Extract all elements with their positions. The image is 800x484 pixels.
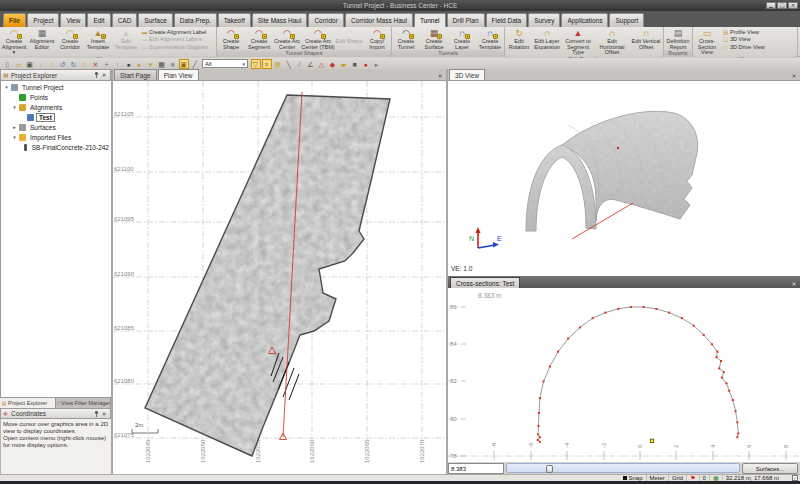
create-alignment-button[interactable]: ◠+Create Alignment ▾ bbox=[0, 27, 28, 56]
edit-rotation-button[interactable]: ↻Edit Rotation bbox=[505, 27, 533, 56]
undo-icon[interactable]: ↺ bbox=[58, 59, 68, 69]
grid-view-icon[interactable]: ▦ bbox=[157, 59, 167, 69]
export-icon[interactable]: ↑ bbox=[47, 59, 57, 69]
cross-sections-tab[interactable]: Cross-sections: Test bbox=[450, 277, 520, 288]
ribbon-tab-survey[interactable]: Survey bbox=[528, 13, 560, 27]
edit-layer-expansion-button[interactable]: ∩Edit Layer Expansion bbox=[533, 27, 561, 56]
expander-icon[interactable]: ▾ bbox=[3, 84, 10, 90]
run-icon[interactable]: ▸ bbox=[135, 59, 145, 69]
create-arc-center-tbm-button[interactable]: ◠+Create Arc Center (TBM) bbox=[301, 27, 335, 50]
ribbon-tab-file[interactable]: File bbox=[3, 13, 26, 27]
tree-item-imported-files[interactable]: ▾Imported Files bbox=[1, 132, 111, 142]
redo-icon[interactable]: ↻ bbox=[69, 59, 79, 69]
flag-icon[interactable]: ▾ bbox=[146, 59, 156, 69]
ribbon-tab-edit[interactable]: Edit bbox=[87, 13, 110, 27]
ribbon-tab-project[interactable]: Project bbox=[27, 13, 59, 27]
panel-tab-view-filter-manager[interactable]: ▽View Filter Manager bbox=[56, 398, 112, 408]
pencil-icon[interactable]: ╱ bbox=[190, 59, 200, 69]
ribbon-tab-applications[interactable]: Applications bbox=[561, 13, 608, 27]
close-panel-icon[interactable]: ✕ bbox=[100, 410, 108, 418]
create-segment-button[interactable]: ◠+Create Segment bbox=[245, 27, 273, 50]
ribbon-tab-support[interactable]: Support bbox=[609, 13, 644, 27]
angle-icon[interactable]: ∠ bbox=[306, 59, 316, 69]
ribbon-tab-data-prep[interactable]: Data Prep. bbox=[174, 13, 217, 27]
edit-vertical-offset-button[interactable]: ∩Edit Vertical Offset bbox=[629, 27, 663, 56]
tree-item-tunnel-project[interactable]: ▾Tunnel Project bbox=[1, 82, 111, 92]
ribbon-tab-site-mass-haul[interactable]: Site Mass Haul bbox=[252, 13, 308, 27]
create-layer-button[interactable]: ∩+Create Layer bbox=[448, 27, 476, 50]
ribbon-tab-corridor-mass-haul[interactable]: Corridor Mass Haul bbox=[345, 13, 413, 27]
move-up-icon[interactable]: ↑ bbox=[113, 59, 123, 69]
plan-view-canvas[interactable]: 6211056211006210956210906210856210806210… bbox=[113, 81, 446, 474]
3d-view-canvas[interactable]: NE bbox=[448, 81, 800, 276]
expander-icon[interactable]: ▸ bbox=[11, 124, 18, 130]
expander-icon[interactable]: ▾ bbox=[11, 134, 18, 140]
layer-manager-icon[interactable]: ≡ bbox=[262, 59, 272, 69]
tree-item-sb-finalconcrete-210-242[interactable]: SB-FinalConcrete-210-242 bbox=[1, 142, 111, 152]
open-file-icon[interactable]: ▱ bbox=[14, 59, 24, 69]
definition-report-button[interactable]: ▤Definition Report bbox=[664, 27, 692, 50]
convert-to-segment-type-button[interactable]: ▲Convert to Segment Type bbox=[561, 27, 595, 56]
filter-combo[interactable]: All▾ bbox=[202, 59, 248, 68]
pin-icon[interactable] bbox=[92, 410, 100, 418]
save-icon[interactable]: ▣ bbox=[25, 59, 35, 69]
marker-icon[interactable]: ◆ bbox=[328, 59, 338, 69]
record-icon[interactable]: ● bbox=[361, 59, 371, 69]
edit-horizontal-offset-button[interactable]: ∩Edit Horizontal Offset bbox=[595, 27, 629, 56]
insert-template-button[interactable]: ▲+Insert Template bbox=[84, 27, 112, 56]
profile-view-button[interactable]: ▤Profile View bbox=[722, 28, 796, 36]
ribbon-tab-drill-plan[interactable]: Drill Plan bbox=[447, 13, 485, 27]
create-alignment-label-button[interactable]: ▬Create Alignment Label bbox=[141, 28, 215, 36]
more-icon[interactable]: ▸ bbox=[372, 59, 382, 69]
tab-plan-view[interactable]: Plan View bbox=[158, 69, 199, 80]
create-surface-button[interactable]: ▦+Create Surface bbox=[420, 27, 448, 50]
close-panel-icon[interactable]: ✕ bbox=[100, 71, 108, 79]
cross-section-view-button[interactable]: ▭Cross- Section View bbox=[693, 27, 721, 56]
alignment-editor-button[interactable]: ▦Alignment Editor bbox=[28, 27, 56, 56]
close-view-icon[interactable]: ✕ bbox=[436, 72, 444, 80]
close-button[interactable]: ✕ bbox=[788, 2, 798, 9]
ribbon-tab-field-data[interactable]: Field Data bbox=[486, 13, 528, 27]
expander-icon[interactable]: ▾ bbox=[11, 104, 18, 110]
close-view-icon[interactable]: ✕ bbox=[790, 72, 798, 80]
ribbon-tab-cad[interactable]: CAD bbox=[112, 13, 138, 27]
draw-icon[interactable]: ╲ bbox=[284, 59, 294, 69]
panel-tab-project-explorer[interactable]: ▤Project Explorer bbox=[0, 398, 56, 408]
3d-view-button[interactable]: ▢3D View bbox=[722, 36, 796, 44]
view-filter-icon[interactable]: ▽ bbox=[251, 59, 261, 69]
surfaces-button[interactable]: Surfaces... bbox=[742, 463, 798, 474]
3d-drive-view-button[interactable]: ▱3D Drive View bbox=[722, 43, 796, 51]
refresh-icon[interactable]: ○ bbox=[80, 59, 90, 69]
tree-item-points[interactable]: Points bbox=[1, 92, 111, 102]
cube-icon[interactable]: ▤ bbox=[273, 59, 283, 69]
cross-section-canvas[interactable]: 8.383 m8684828078-8-6-4-202468 bbox=[448, 288, 800, 462]
ribbon-tab-corridor[interactable]: Corridor bbox=[308, 13, 343, 27]
point-icon[interactable]: ● bbox=[124, 59, 134, 69]
box-icon[interactable]: ■ bbox=[168, 59, 178, 69]
delete-icon[interactable]: ✕ bbox=[91, 59, 101, 69]
create-tunnel-button[interactable]: ◠+Create Tunnel bbox=[392, 27, 420, 50]
tree-item-alignments[interactable]: ▾Alignments bbox=[1, 102, 111, 112]
tree-item-surfaces[interactable]: ▸Surfaces bbox=[1, 122, 111, 132]
close-view-icon[interactable]: ✕ bbox=[790, 280, 798, 288]
ribbon-tab-takeoff[interactable]: Takeoff bbox=[218, 13, 251, 27]
tab-3d-view[interactable]: 3D View bbox=[449, 69, 485, 80]
import-icon[interactable]: ↓ bbox=[36, 59, 46, 69]
create-shape-button[interactable]: ◠+Create Shape bbox=[217, 27, 245, 50]
small-box-icon[interactable]: ■ bbox=[350, 59, 360, 69]
minimize-button[interactable]: ▁ bbox=[766, 2, 776, 9]
slider-thumb[interactable] bbox=[546, 465, 553, 473]
create-arc-center-button[interactable]: ◠+Create Arc Center bbox=[273, 27, 301, 50]
line-icon[interactable]: ∕ bbox=[295, 59, 305, 69]
brush-icon[interactable]: ▰ bbox=[339, 59, 349, 69]
create-template-button[interactable]: ∩+Create Template bbox=[476, 27, 504, 50]
add-point-icon[interactable]: + bbox=[102, 59, 112, 69]
new-file-icon[interactable]: ▯ bbox=[3, 59, 13, 69]
pin-icon[interactable] bbox=[92, 71, 100, 79]
ribbon-tab-surface[interactable]: Surface bbox=[138, 13, 172, 27]
station-input[interactable]: 8.383 bbox=[448, 463, 504, 474]
copy-import-button[interactable]: ◠+Copy/ Import bbox=[363, 27, 391, 50]
ribbon-tab-tunnel[interactable]: Tunnel bbox=[414, 13, 446, 27]
restore-button[interactable]: ▢ bbox=[777, 2, 787, 9]
dimension-icon[interactable]: △ bbox=[317, 59, 327, 69]
